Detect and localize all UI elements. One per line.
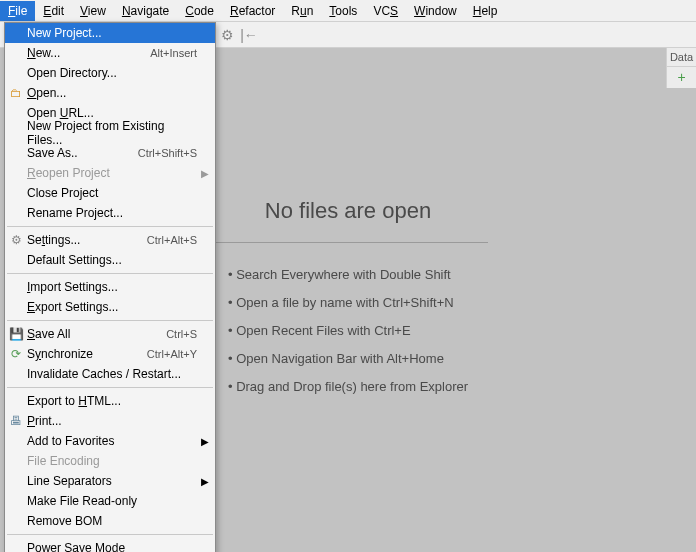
empty-hints: Search Everywhere with Double Shift Open… — [228, 261, 468, 401]
hint-open-by-name: Open a file by name with Ctrl+Shift+N — [228, 289, 468, 317]
menu-item-new-project[interactable]: New Project... — [5, 23, 215, 43]
menu-item-open[interactable]: 🗀 Open... — [5, 83, 215, 103]
menu-item-new[interactable]: New... Alt+Insert — [5, 43, 215, 63]
menu-vcs[interactable]: VCS — [365, 1, 406, 21]
menu-item-add-favorites[interactable]: Add to Favorites ▶ — [5, 431, 215, 451]
sync-icon: ⟳ — [9, 347, 23, 361]
add-icon[interactable]: + — [667, 67, 696, 87]
menu-item-make-readonly[interactable]: Make File Read-only — [5, 491, 215, 511]
menu-item-reopen-project[interactable]: Reopen Project ▶ — [5, 163, 215, 183]
menu-help[interactable]: Help — [465, 1, 506, 21]
chevron-right-icon: ▶ — [201, 476, 209, 487]
menu-item-remove-bom[interactable]: Remove BOM — [5, 511, 215, 531]
menu-item-settings[interactable]: ⚙ Settings... Ctrl+Alt+S — [5, 230, 215, 250]
menu-separator — [7, 534, 213, 535]
right-tool-tabs: Data + — [666, 48, 696, 88]
hint-search-everywhere: Search Everywhere with Double Shift — [228, 261, 468, 289]
chevron-right-icon: ▶ — [201, 436, 209, 447]
folder-icon: 🗀 — [9, 86, 23, 100]
menu-refactor[interactable]: Refactor — [222, 1, 283, 21]
menu-item-file-encoding: File Encoding — [5, 451, 215, 471]
menubar: File Edit View Navigate Code Refactor Ru… — [0, 0, 696, 22]
menu-item-default-settings[interactable]: Default Settings... — [5, 250, 215, 270]
menu-item-export-settings[interactable]: Export Settings... — [5, 297, 215, 317]
menu-item-export-html[interactable]: Export to HTML... — [5, 391, 215, 411]
save-icon: 💾 — [9, 327, 23, 341]
menu-separator — [7, 273, 213, 274]
menu-separator — [7, 320, 213, 321]
menu-item-rename-project[interactable]: Rename Project... — [5, 203, 215, 223]
file-dropdown: New Project... New... Alt+Insert Open Di… — [4, 22, 216, 552]
empty-divider — [208, 242, 488, 243]
menu-item-save-as[interactable]: Save As.. Ctrl+Shift+S — [5, 143, 215, 163]
toolbar-icon-2[interactable]: |← — [240, 26, 258, 44]
menu-file[interactable]: File — [0, 1, 35, 21]
menu-item-synchronize[interactable]: ⟳ Synchronize Ctrl+Alt+Y — [5, 344, 215, 364]
menu-item-print[interactable]: 🖶 Print... — [5, 411, 215, 431]
menu-tools[interactable]: Tools — [321, 1, 365, 21]
hint-drag-drop: Drag and Drop file(s) here from Explorer — [228, 373, 468, 401]
menu-window[interactable]: Window — [406, 1, 465, 21]
menu-item-open-directory[interactable]: Open Directory... — [5, 63, 215, 83]
menu-item-new-from-existing[interactable]: New Project from Existing Files... — [5, 123, 215, 143]
menu-item-invalidate-caches[interactable]: Invalidate Caches / Restart... — [5, 364, 215, 384]
empty-title: No files are open — [265, 198, 431, 224]
menu-item-power-save[interactable]: Power Save Mode — [5, 538, 215, 552]
right-tab-database[interactable]: Data — [667, 48, 696, 67]
menu-navigate[interactable]: Navigate — [114, 1, 177, 21]
menu-item-save-all[interactable]: 💾 Save All Ctrl+S — [5, 324, 215, 344]
gear-icon: ⚙ — [9, 233, 23, 247]
hint-recent-files: Open Recent Files with Ctrl+E — [228, 317, 468, 345]
menu-code[interactable]: Code — [177, 1, 222, 21]
print-icon: 🖶 — [9, 414, 23, 428]
menu-separator — [7, 226, 213, 227]
menu-edit[interactable]: Edit — [35, 1, 72, 21]
toolbar-icon-1[interactable]: ⚙ — [218, 26, 236, 44]
hint-nav-bar: Open Navigation Bar with Alt+Home — [228, 345, 468, 373]
menu-view[interactable]: View — [72, 1, 114, 21]
menu-item-close-project[interactable]: Close Project — [5, 183, 215, 203]
menu-item-import-settings[interactable]: Import Settings... — [5, 277, 215, 297]
menu-separator — [7, 387, 213, 388]
menu-item-line-separators[interactable]: Line Separators ▶ — [5, 471, 215, 491]
menu-run[interactable]: Run — [283, 1, 321, 21]
chevron-right-icon: ▶ — [201, 168, 209, 179]
